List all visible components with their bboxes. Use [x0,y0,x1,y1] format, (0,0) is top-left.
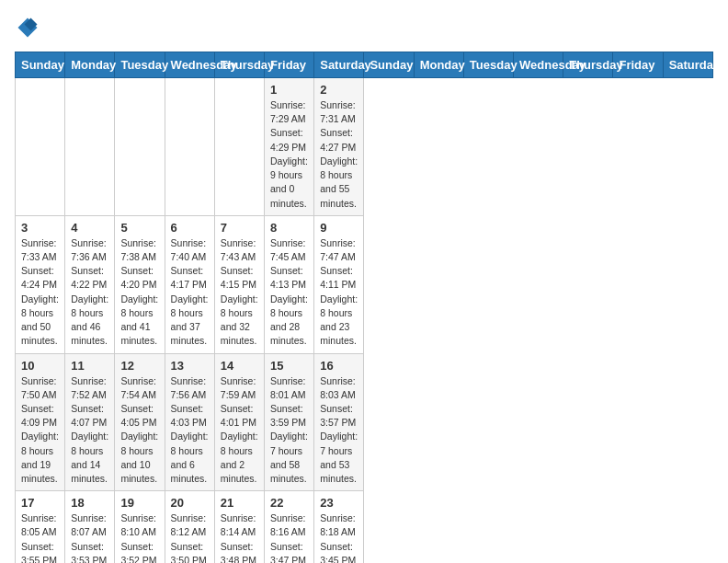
calendar-cell: 1Sunrise: 7:29 AM Sunset: 4:29 PM Daylig… [265,78,314,216]
day-info: Sunrise: 7:33 AM Sunset: 4:24 PM Dayligh… [21,236,59,349]
day-number: 20 [171,496,209,510]
day-info: Sunrise: 8:18 AM Sunset: 3:45 PM Dayligh… [320,511,358,563]
day-info: Sunrise: 8:16 AM Sunset: 3:47 PM Dayligh… [270,511,308,563]
calendar-cell [115,78,165,216]
day-number: 16 [320,359,358,373]
calendar-cell [16,78,65,216]
day-info: Sunrise: 7:59 AM Sunset: 4:01 PM Dayligh… [221,374,258,487]
col-header-wednesday: Wednesday [165,52,214,78]
calendar-cell: 22Sunrise: 8:16 AM Sunset: 3:47 PM Dayli… [265,491,314,563]
day-info: Sunrise: 8:12 AM Sunset: 3:50 PM Dayligh… [171,511,209,563]
col-header-wednesday: Wednesday [514,52,563,78]
day-number: 15 [270,359,308,373]
day-number: 12 [120,359,158,373]
day-info: Sunrise: 7:50 AM Sunset: 4:09 PM Dayligh… [21,374,59,487]
logo [15,15,44,40]
day-number: 1 [270,83,308,97]
calendar-cell: 23Sunrise: 8:18 AM Sunset: 3:45 PM Dayli… [314,491,364,563]
day-number: 18 [71,496,108,510]
day-number: 21 [221,496,258,510]
calendar-cell: 15Sunrise: 8:01 AM Sunset: 3:59 PM Dayli… [265,353,314,491]
day-info: Sunrise: 8:01 AM Sunset: 3:59 PM Dayligh… [270,374,308,487]
day-number: 2 [320,83,358,97]
col-header-tuesday: Tuesday [115,52,165,78]
col-header-sunday: Sunday [364,52,414,78]
calendar-cell: 18Sunrise: 8:07 AM Sunset: 3:53 PM Dayli… [65,491,115,563]
calendar-header-row: SundayMondayTuesdayWednesdayThursdayFrid… [16,52,713,78]
calendar-cell: 17Sunrise: 8:05 AM Sunset: 3:55 PM Dayli… [16,491,65,563]
col-header-monday: Monday [65,52,115,78]
calendar-week-3: 10Sunrise: 7:50 AM Sunset: 4:09 PM Dayli… [16,353,713,491]
calendar-cell: 3Sunrise: 7:33 AM Sunset: 4:24 PM Daylig… [16,215,65,353]
calendar-cell [65,78,115,216]
day-number: 14 [221,359,258,373]
calendar-cell: 20Sunrise: 8:12 AM Sunset: 3:50 PM Dayli… [165,491,214,563]
calendar-cell: 2Sunrise: 7:31 AM Sunset: 4:27 PM Daylig… [314,78,364,216]
day-info: Sunrise: 7:45 AM Sunset: 4:13 PM Dayligh… [270,236,308,349]
calendar-cell: 7Sunrise: 7:43 AM Sunset: 4:15 PM Daylig… [214,215,264,353]
calendar-cell: 5Sunrise: 7:38 AM Sunset: 4:20 PM Daylig… [115,215,165,353]
calendar-cell: 4Sunrise: 7:36 AM Sunset: 4:22 PM Daylig… [65,215,115,353]
col-header-thursday: Thursday [563,52,613,78]
day-number: 10 [21,359,59,373]
calendar-cell: 9Sunrise: 7:47 AM Sunset: 4:11 PM Daylig… [314,215,364,353]
day-number: 4 [71,221,108,235]
day-info: Sunrise: 8:14 AM Sunset: 3:48 PM Dayligh… [221,511,258,563]
day-info: Sunrise: 7:36 AM Sunset: 4:22 PM Dayligh… [71,236,108,349]
day-info: Sunrise: 7:38 AM Sunset: 4:20 PM Dayligh… [120,236,158,349]
calendar-cell: 16Sunrise: 8:03 AM Sunset: 3:57 PM Dayli… [314,353,364,491]
day-info: Sunrise: 8:07 AM Sunset: 3:53 PM Dayligh… [71,511,108,563]
day-info: Sunrise: 7:56 AM Sunset: 4:03 PM Dayligh… [171,374,209,487]
col-header-saturday: Saturday [314,52,364,78]
day-info: Sunrise: 8:10 AM Sunset: 3:52 PM Dayligh… [120,511,158,563]
col-header-tuesday: Tuesday [463,52,513,78]
day-number: 3 [21,221,59,235]
calendar-week-2: 3Sunrise: 7:33 AM Sunset: 4:24 PM Daylig… [16,215,713,353]
day-number: 23 [320,496,358,510]
day-info: Sunrise: 7:47 AM Sunset: 4:11 PM Dayligh… [320,236,358,349]
calendar-cell: 10Sunrise: 7:50 AM Sunset: 4:09 PM Dayli… [16,353,65,491]
day-info: Sunrise: 7:29 AM Sunset: 4:29 PM Dayligh… [270,98,308,211]
calendar-week-4: 17Sunrise: 8:05 AM Sunset: 3:55 PM Dayli… [16,491,713,563]
col-header-sunday: Sunday [16,52,65,78]
day-info: Sunrise: 7:52 AM Sunset: 4:07 PM Dayligh… [71,374,108,487]
page-header [15,15,713,40]
day-number: 22 [270,496,308,510]
day-number: 8 [270,221,308,235]
calendar-cell: 14Sunrise: 7:59 AM Sunset: 4:01 PM Dayli… [214,353,264,491]
calendar-cell: 21Sunrise: 8:14 AM Sunset: 3:48 PM Dayli… [214,491,264,563]
day-number: 13 [171,359,209,373]
day-number: 17 [21,496,59,510]
logo-icon [15,15,40,40]
calendar-cell: 11Sunrise: 7:52 AM Sunset: 4:07 PM Dayli… [65,353,115,491]
col-header-saturday: Saturday [663,52,712,78]
day-number: 5 [120,221,158,235]
calendar-cell: 6Sunrise: 7:40 AM Sunset: 4:17 PM Daylig… [165,215,214,353]
day-info: Sunrise: 7:43 AM Sunset: 4:15 PM Dayligh… [221,236,258,349]
calendar-week-1: 1Sunrise: 7:29 AM Sunset: 4:29 PM Daylig… [16,78,713,216]
calendar-table: SundayMondayTuesdayWednesdayThursdayFrid… [15,52,713,563]
calendar-cell: 13Sunrise: 7:56 AM Sunset: 4:03 PM Dayli… [165,353,214,491]
calendar-cell [165,78,214,216]
day-info: Sunrise: 7:31 AM Sunset: 4:27 PM Dayligh… [320,98,358,211]
col-header-friday: Friday [265,52,314,78]
day-info: Sunrise: 7:54 AM Sunset: 4:05 PM Dayligh… [120,374,158,487]
day-number: 6 [171,221,209,235]
col-header-monday: Monday [414,52,463,78]
day-info: Sunrise: 8:05 AM Sunset: 3:55 PM Dayligh… [21,511,59,563]
calendar-cell: 8Sunrise: 7:45 AM Sunset: 4:13 PM Daylig… [265,215,314,353]
calendar-cell [214,78,264,216]
calendar-cell: 19Sunrise: 8:10 AM Sunset: 3:52 PM Dayli… [115,491,165,563]
col-header-friday: Friday [613,52,663,78]
day-info: Sunrise: 7:40 AM Sunset: 4:17 PM Dayligh… [171,236,209,349]
calendar-cell: 12Sunrise: 7:54 AM Sunset: 4:05 PM Dayli… [115,353,165,491]
day-info: Sunrise: 8:03 AM Sunset: 3:57 PM Dayligh… [320,374,358,487]
day-number: 7 [221,221,258,235]
day-number: 9 [320,221,358,235]
day-number: 19 [120,496,158,510]
col-header-thursday: Thursday [214,52,264,78]
day-number: 11 [71,359,108,373]
